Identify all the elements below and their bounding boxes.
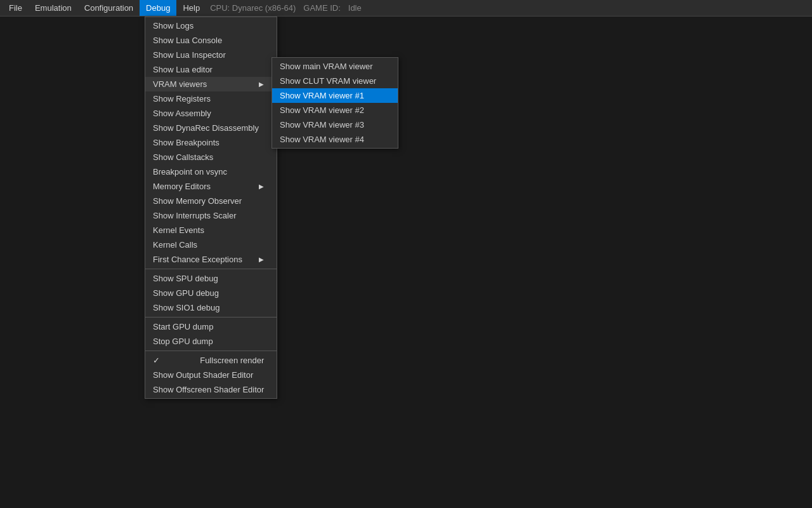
menu-item-breakpoint-on-vsync[interactable]: Breakpoint on vsync bbox=[145, 164, 277, 179]
menu-item-show-sio1-debug[interactable]: Show SIO1 debug bbox=[145, 300, 277, 315]
submenu-arrow-exceptions: ▶ bbox=[259, 256, 264, 263]
menu-item-show-offscreen-shader-editor[interactable]: Show Offscreen Shader Editor bbox=[145, 382, 277, 397]
menu-item-show-vram-viewer-1[interactable]: Show VRAM viewer #1 bbox=[272, 88, 398, 103]
menu-item-show-main-vram-viewer[interactable]: Show main VRAM viewer bbox=[272, 59, 398, 74]
menu-item-show-dynarec-disassembly[interactable]: Show DynaRec Disassembly bbox=[145, 121, 277, 135]
menu-item-show-vram-viewer-3[interactable]: Show VRAM viewer #3 bbox=[272, 117, 398, 132]
content-area bbox=[0, 17, 812, 508]
menu-item-show-vram-viewer-2[interactable]: Show VRAM viewer #2 bbox=[272, 103, 398, 117]
menu-item-start-gpu-dump[interactable]: Start GPU dump bbox=[145, 319, 277, 334]
checkmark-fullscreen: ✓ bbox=[153, 356, 162, 365]
menu-item-show-gpu-debug[interactable]: Show GPU debug bbox=[145, 286, 277, 300]
menu-emulation[interactable]: Emulation bbox=[29, 0, 78, 16]
menu-item-show-output-shader-editor[interactable]: Show Output Shader Editor bbox=[145, 368, 277, 382]
menu-item-show-breakpoints[interactable]: Show Breakpoints bbox=[145, 135, 277, 150]
menu-separator-1 bbox=[145, 269, 277, 269]
menu-item-kernel-calls[interactable]: Kernel Calls bbox=[145, 237, 277, 252]
menu-separator-2 bbox=[145, 317, 277, 318]
menubar-game-id: GAME ID: bbox=[299, 3, 344, 13]
menu-debug[interactable]: Debug bbox=[140, 0, 176, 16]
menu-item-show-callstacks[interactable]: Show Callstacks bbox=[145, 150, 277, 164]
menu-item-show-lua-console[interactable]: Show Lua Console bbox=[145, 33, 277, 48]
menu-item-memory-editors[interactable]: Memory Editors ▶ bbox=[145, 179, 277, 194]
menu-separator-3 bbox=[145, 351, 277, 351]
menu-item-show-vram-viewer-4[interactable]: Show VRAM viewer #4 bbox=[272, 132, 398, 147]
menu-item-show-assembly[interactable]: Show Assembly bbox=[145, 106, 277, 121]
menu-configuration[interactable]: Configuration bbox=[78, 0, 140, 16]
menu-item-show-memory-observer[interactable]: Show Memory Observer bbox=[145, 194, 277, 208]
menu-item-kernel-events[interactable]: Kernel Events bbox=[145, 223, 277, 237]
menu-item-vram-viewers[interactable]: VRAM viewers ▶ bbox=[145, 77, 277, 91]
menu-item-fullscreen-render[interactable]: ✓ Fullscreen render bbox=[145, 353, 277, 368]
menu-help[interactable]: Help bbox=[176, 0, 206, 16]
menubar: File Emulation Configuration Debug Help … bbox=[0, 0, 812, 17]
debug-dropdown: Show Logs Show Lua Console Show Lua Insp… bbox=[145, 17, 277, 399]
debug-menu: Show Logs Show Lua Console Show Lua Insp… bbox=[145, 17, 277, 399]
submenu-arrow-vram: ▶ bbox=[259, 81, 264, 88]
menu-item-show-lua-inspector[interactable]: Show Lua Inspector bbox=[145, 48, 277, 62]
menu-item-show-logs[interactable]: Show Logs bbox=[145, 18, 277, 33]
menu-item-show-spu-debug[interactable]: Show SPU debug bbox=[145, 271, 277, 286]
menu-item-first-chance-exceptions[interactable]: First Chance Exceptions ▶ bbox=[145, 252, 277, 267]
vram-submenu-menu: Show main VRAM viewer Show CLUT VRAM vie… bbox=[272, 57, 398, 149]
menu-item-show-registers[interactable]: Show Registers bbox=[145, 91, 277, 106]
menu-file[interactable]: File bbox=[3, 0, 29, 16]
vram-submenu: Show main VRAM viewer Show CLUT VRAM vie… bbox=[272, 57, 398, 149]
menu-item-show-interrupts-scaler[interactable]: Show Interrupts Scaler bbox=[145, 208, 277, 223]
menubar-separator-cpu: CPU: Dynarec (x86-64) bbox=[206, 3, 299, 13]
menu-item-show-clut-vram-viewer[interactable]: Show CLUT VRAM viewer bbox=[272, 74, 398, 88]
submenu-arrow-memory: ▶ bbox=[259, 183, 264, 190]
menu-item-stop-gpu-dump[interactable]: Stop GPU dump bbox=[145, 334, 277, 349]
menubar-status: Idle bbox=[344, 3, 365, 13]
menu-item-show-lua-editor[interactable]: Show Lua editor bbox=[145, 62, 277, 77]
